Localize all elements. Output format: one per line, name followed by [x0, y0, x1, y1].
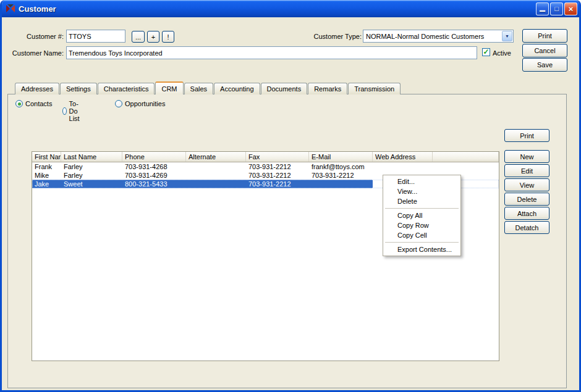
view-button[interactable]: View	[504, 178, 549, 191]
context-menu: Edit... View... Delete Copy All Copy Row…	[383, 175, 461, 256]
active-label: Active	[493, 49, 511, 57]
tab-transmission[interactable]: Transmission	[348, 83, 401, 94]
radio-label: To-Do List	[69, 100, 83, 122]
menu-separator	[385, 242, 459, 243]
column-header-web-address[interactable]: Web Address	[373, 152, 433, 162]
menu-separator	[385, 208, 459, 209]
print-button[interactable]: Print	[522, 29, 567, 43]
cell-alternate	[186, 180, 246, 188]
customer-number-label: Customer #:	[13, 33, 64, 40]
column-header-last-name[interactable]: Last Name	[61, 152, 122, 162]
tab-characteristics[interactable]: Characteristics	[98, 83, 155, 94]
cell-phone: 703-931-4268	[122, 162, 186, 171]
menu-item-export-contents[interactable]: Export Contents...	[384, 244, 460, 254]
column-header-first-name[interactable]: First Name	[32, 152, 61, 162]
cell-alternate	[186, 171, 246, 180]
tab-settings[interactable]: Settings	[60, 83, 97, 94]
customer-name-input[interactable]	[66, 46, 477, 59]
crm-panel: Contacts To-Do List Opportunities Print …	[7, 94, 567, 388]
tab-remarks[interactable]: Remarks	[308, 83, 347, 94]
detach-button[interactable]: Detatch	[504, 221, 549, 234]
column-header-filler	[433, 152, 499, 162]
radio-icon	[115, 100, 122, 107]
chevron-down-icon[interactable]: ▼	[502, 31, 512, 41]
lookup-button[interactable]: ...	[132, 31, 145, 43]
cell-last-name: Farley	[61, 171, 122, 180]
tab-sales[interactable]: Sales	[184, 83, 214, 94]
cell-fax: 703-931-2212	[246, 171, 309, 180]
cell-first-name: Mike	[32, 171, 61, 180]
active-checkbox[interactable]: ✓	[482, 48, 490, 56]
radio-icon	[62, 107, 67, 115]
cell-email: frankf@ttoys.com	[309, 162, 373, 171]
maximize-icon[interactable]: □	[550, 2, 563, 15]
cell-first-name: Jake	[32, 180, 61, 188]
tab-documents[interactable]: Documents	[261, 83, 308, 94]
info-button[interactable]: !	[162, 31, 174, 43]
customer-name-label: Customer Name:	[7, 49, 64, 57]
cancel-button[interactable]: Cancel	[522, 44, 567, 57]
radio-selected-icon	[15, 100, 23, 107]
tab-addresses[interactable]: Addresses	[15, 83, 59, 94]
radio-opportunities[interactable]: Opportunities	[115, 100, 165, 107]
add-button[interactable]: +	[147, 31, 159, 43]
new-button[interactable]: New	[504, 150, 549, 163]
customer-type-label: Customer Type:	[310, 33, 362, 40]
table-row[interactable]: Frank Farley 703-931-4268 703-931-2212 f…	[32, 162, 499, 171]
menu-item-copy-row[interactable]: Copy Row	[384, 220, 460, 230]
column-header-fax[interactable]: Fax	[246, 152, 309, 162]
cell-fax: 703-931-2212	[246, 162, 309, 171]
menu-item-edit[interactable]: Edit...	[384, 177, 460, 186]
customer-window: Customer ▁ □ × Customer #: ... + ! Custo…	[0, 0, 581, 392]
tab-bar: Addresses Settings Characteristics CRM S…	[15, 81, 401, 94]
radio-todo-list[interactable]: To-Do List	[62, 100, 83, 122]
cell-fax: 703-931-2212	[246, 180, 309, 188]
cell-email	[309, 180, 373, 188]
tab-crm[interactable]: CRM	[155, 81, 183, 94]
column-header-email[interactable]: E-Mail	[309, 152, 373, 162]
radio-label: Contacts	[25, 100, 52, 107]
tab-accounting[interactable]: Accounting	[214, 83, 260, 94]
cell-last-name: Farley	[61, 162, 122, 171]
close-icon[interactable]: ×	[564, 2, 577, 15]
delete-button[interactable]: Delete	[504, 193, 549, 206]
customer-type-value: NORMAL-Normal Domestic Customers	[363, 33, 501, 40]
cell-alternate	[186, 162, 246, 171]
radio-label: Opportunities	[125, 100, 165, 107]
table-header: First Name Last Name Phone Alternate Fax…	[32, 152, 499, 162]
radio-contacts[interactable]: Contacts	[15, 100, 52, 107]
cell-phone: 703-931-4269	[122, 171, 186, 180]
column-header-phone[interactable]: Phone	[122, 152, 186, 162]
customer-number-input[interactable]	[66, 30, 125, 43]
column-header-alternate[interactable]: Alternate	[186, 152, 246, 162]
window-body: Customer #: ... + ! Customer Type: NORMA…	[2, 17, 579, 390]
menu-item-copy-cell[interactable]: Copy Cell	[384, 230, 460, 240]
edit-button[interactable]: Edit	[504, 164, 549, 177]
menu-item-view[interactable]: View...	[384, 186, 460, 196]
app-icon	[6, 4, 15, 14]
window-title: Customer	[19, 4, 536, 14]
window-controls: ▁ □ ×	[536, 2, 577, 15]
menu-item-copy-all[interactable]: Copy All	[384, 211, 460, 220]
cell-web-address	[373, 162, 433, 171]
save-button[interactable]: Save	[522, 58, 567, 72]
side-button-stack: New Edit View Delete Attach Detatch	[504, 150, 549, 234]
menu-item-delete[interactable]: Delete	[384, 196, 460, 206]
cell-last-name: Sweet	[61, 180, 122, 188]
cell-first-name: Frank	[32, 162, 61, 171]
print-contacts-button[interactable]: Print	[504, 129, 549, 142]
cell-phone: 800-321-5433	[122, 180, 186, 188]
attach-button[interactable]: Attach	[504, 207, 549, 220]
cell-email: 703-931-2212	[309, 171, 373, 180]
minimize-icon[interactable]: ▁	[536, 2, 549, 15]
titlebar: Customer ▁ □ ×	[0, 0, 581, 17]
customer-type-select[interactable]: NORMAL-Normal Domestic Customers ▼	[363, 30, 514, 43]
check-icon: ✓	[483, 48, 489, 56]
